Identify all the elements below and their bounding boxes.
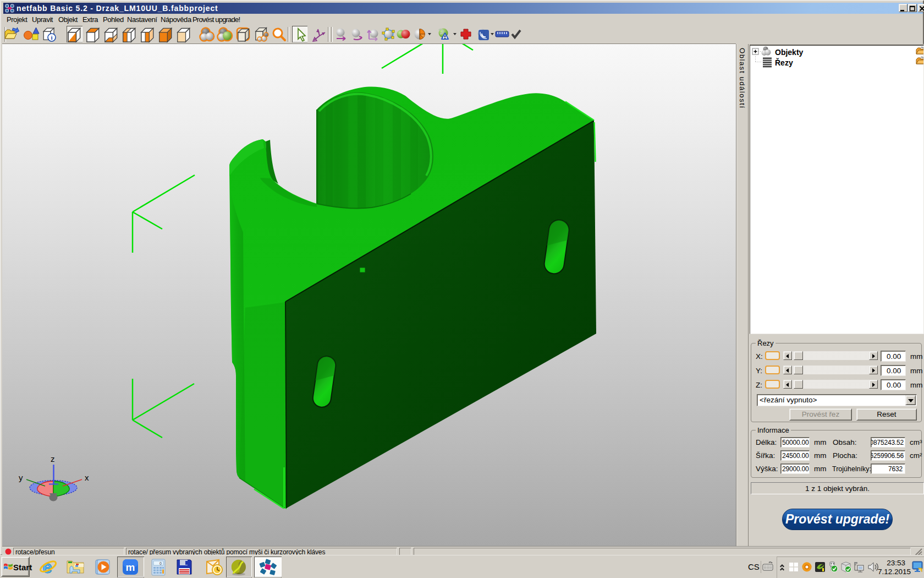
svg-text:z: z	[51, 454, 55, 464]
svg-text:i: i	[51, 34, 52, 41]
svg-text:x: x	[85, 473, 89, 482]
svg-text:23:53: 23:53	[887, 559, 905, 567]
svg-text:e: e	[43, 558, 52, 577]
svg-text:Řezy: Řezy	[775, 58, 793, 67]
svg-text:Objekty: Objekty	[775, 48, 804, 57]
svg-text:7.12.2015: 7.12.2015	[878, 568, 911, 576]
svg-text:m: m	[126, 561, 135, 573]
svg-text:0: 0	[160, 561, 162, 565]
svg-text:CS: CS	[748, 562, 760, 571]
svg-text:y: y	[19, 473, 23, 482]
